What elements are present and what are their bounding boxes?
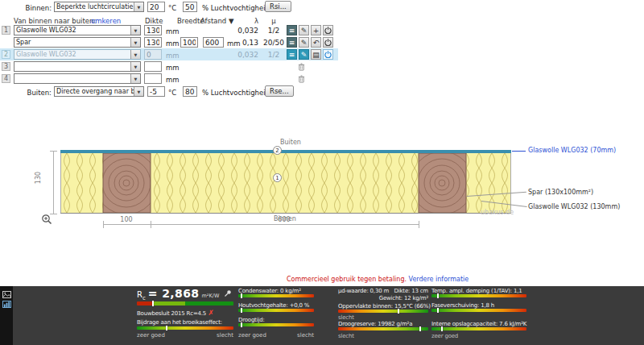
dim-tick [103,221,104,228]
faseverschuiving-gauge [431,309,526,312]
layer-1-edit-button[interactable]: ✎ [299,25,309,35]
rc-value: Rc = 2,868 m²K/W [137,287,219,301]
chevron-down-icon: ▼ [130,74,140,83]
gauge-marker [398,309,399,314]
buiten-humidity-label: % Luchtvochtigheid [202,89,270,97]
layer-3-delete-button[interactable] [296,61,307,72]
menu-icon: ≡ [289,39,295,47]
layer-1-menu-button[interactable]: ≡ [287,25,297,35]
oppervlakte-label: Oppervlakte binnen: 15,5°C (66%) [338,303,431,310]
spar-afstand-input[interactable] [203,37,224,48]
zoom-in-button[interactable] [41,214,52,227]
layer-1-move-button[interactable]: + [311,25,321,35]
rse-button[interactable]: Rse... [265,85,294,97]
commercial-notice-text: Commercieel gebruik tegen betaling. [287,276,407,283]
layer-2-toggle-button[interactable] [323,49,333,60]
omkeren-link[interactable]: omkeren [91,17,121,25]
power-icon [324,27,332,34]
spar-menu-button[interactable]: ≡ [287,37,297,48]
pin-icon [224,289,232,297]
commercial-notice: Commercieel gebruik tegen betaling. Verd… [287,276,469,283]
spar-dikte-input[interactable] [144,37,162,48]
chart-view-button[interactable] [2,298,11,310]
chart-icon [2,301,11,308]
move-icon: + [313,27,320,35]
binnen-material-value: Beperkte luchtcirculatie [55,3,134,10]
chevron-down-icon: ▼ [130,26,140,35]
buiten-temp-input[interactable] [147,86,165,97]
gauge-marker [441,326,443,331]
binnen-material-select[interactable]: Beperkte luchtcirculatie ▼ [54,2,144,12]
buiten-label: Buiten: [0,89,52,97]
pin-rc-button[interactable] [224,288,232,300]
spar-undo-button[interactable]: ↶ [311,37,321,48]
rsi-button[interactable]: Rsi... [265,1,291,12]
power-icon [324,39,332,46]
binnen-temp-unit: °C [168,4,176,12]
dim-stud-width-label: 100 [114,216,138,223]
binnen-humidity-input[interactable] [183,2,197,12]
fail-cross-icon: ✗ [208,309,213,317]
layer-2-list-button[interactable]: ▤ [311,49,321,60]
layer-3-material-select[interactable]: ▼ [14,61,141,72]
col-header-afstand-sort[interactable]: Afstand ▼ [200,17,234,25]
layer-4-delete-button[interactable] [296,73,307,84]
layer-2-dikte-input[interactable] [144,49,162,60]
spar-label: Spar (130x100mm²) [528,189,593,196]
scale-label-slecht: slecht [338,333,354,339]
dim-tick [50,151,57,152]
spar-breedte-input[interactable] [180,37,198,48]
layer-2-mu: 1/2 [262,51,285,59]
broeikas-label: Bijdrage aan het broeikaseffect: [137,319,222,326]
layer-3-dikte-input[interactable] [144,61,162,72]
rc-symbol: Rc [137,290,146,301]
droogtijd-label: Droogtijd: [238,317,265,323]
spar-mm-unit: mm [166,39,180,48]
layer-1-dikte-input[interactable] [144,25,162,35]
houtvochtgehalte-gauge [238,309,314,312]
scale-labels: zeer goedslecht [137,332,233,339]
spar-material-value: Spar [14,39,130,46]
oppervlakte-gauge [338,310,428,313]
more-info-link[interactable]: Verdere informatie [409,276,469,283]
layer-2-material-select[interactable]: Glaswolle WLG032 ▼ [14,49,141,60]
gauge-marker [419,326,421,331]
col-header-lambda: λ [236,17,258,25]
binnen-temp-input[interactable] [147,2,165,12]
dim-tick [419,221,419,228]
layer-1-toggle-button[interactable] [323,25,333,35]
col-header-mu: μ [262,17,285,25]
wall-cross-section[interactable] [60,150,511,214]
rc-unit: m²K/W [202,293,220,299]
spar-lambda: 0,13 [236,39,258,47]
buiten-temp-unit: °C [168,89,176,97]
layer-2-edit-button[interactable]: ✎ [299,49,309,60]
layer-2-mm-unit: mm [166,52,180,60]
temp-ampl-label: Temp. ampl. demping (1/TAV): 1,1 [431,288,522,294]
insulation-label: Glaswolle WLG032 (130mm) [528,203,620,210]
bouwbesluit-status: Bouwbesluit 2015 Rc=4.5 ✗ [137,309,213,317]
watermark: ubakus.de [481,209,514,216]
buiten-material-select[interactable]: Directe overgang naar buitenlucht ▼ [54,86,144,97]
layer-2-menu-button[interactable]: ≡ [287,49,297,60]
gauge-marker [166,326,167,330]
ud-waarde-stat: μd-waarde: 0,30 m [338,288,389,294]
layer-3-mm-unit: mm [166,64,180,72]
spar-material-select[interactable]: Spar ▼ [14,37,141,48]
ubakus-uvalue-calculator: Binnen: Beperkte luchtcirculatie ▼ °C % … [0,0,644,345]
chevron-down-icon: ▼ [130,50,140,59]
condenswater-gauge [238,294,314,297]
bouwbesluit-text: Bouwbesluit 2015 Rc=4.5 [137,310,206,317]
spar-toggle-button[interactable] [323,37,333,48]
menu-icon: ≡ [289,27,295,35]
droogreserve-label: Droogreserve: 19982 g/m²a [338,321,412,327]
spar-edit-button[interactable]: ✎ [299,37,309,48]
buiten-humidity-input[interactable] [183,86,197,97]
col-header-dikte: Dikte [145,17,163,25]
layer-4-number: 4 [2,74,10,83]
layer-1-material-select[interactable]: Glaswolle WLG032 ▼ [14,25,141,35]
layer-4-dikte-input[interactable] [144,73,162,84]
menu-icon: ≡ [289,51,295,59]
layer-4-material-select[interactable]: ▼ [14,73,141,84]
gauge-marker [437,308,439,313]
